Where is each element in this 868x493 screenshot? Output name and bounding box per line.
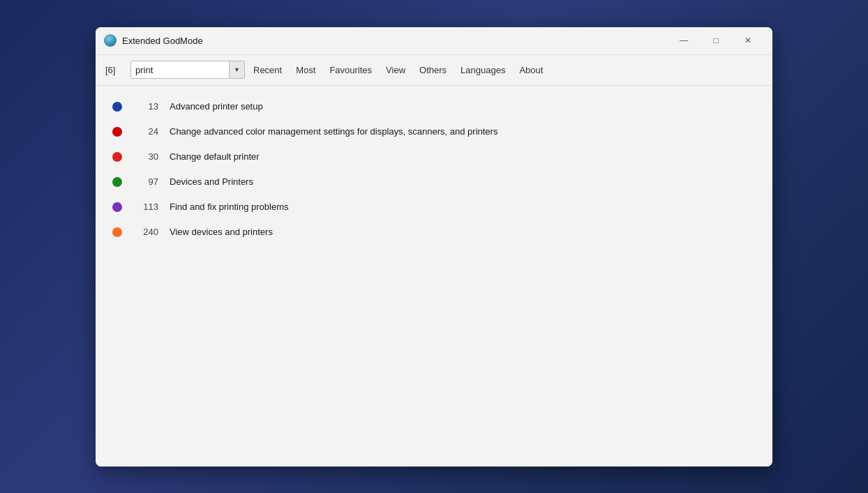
maximize-button[interactable]: □: [700, 29, 732, 52]
search-wrapper: ▼: [130, 61, 245, 79]
item-number: 97: [133, 176, 158, 187]
color-dot: [112, 202, 122, 212]
item-label: Devices and Printers: [170, 176, 253, 187]
window-controls: — □ ✕: [668, 29, 764, 52]
nav-others[interactable]: Others: [414, 62, 452, 78]
nav-favourites[interactable]: Favourites: [324, 62, 377, 78]
close-button[interactable]: ✕: [732, 29, 764, 52]
window-title: Extended GodMode: [122, 36, 668, 46]
results-list: 13 Advanced printer setup 24 Change adva…: [96, 86, 772, 467]
nav-recent[interactable]: Recent: [248, 62, 287, 78]
item-number: 30: [133, 151, 158, 162]
nav-languages[interactable]: Languages: [455, 62, 511, 78]
search-dropdown-button[interactable]: ▼: [229, 61, 244, 79]
item-label: Change advanced color management setting…: [170, 126, 497, 137]
item-label: Find and fix printing problems: [170, 202, 289, 212]
toolbar: [6] ▼ Recent Most Favourites View Others…: [96, 55, 772, 86]
color-dot: [112, 102, 122, 112]
item-label: Change default printer: [170, 151, 260, 162]
search-input[interactable]: [131, 61, 229, 78]
nav-about[interactable]: About: [514, 62, 548, 78]
minimize-button[interactable]: —: [668, 29, 700, 52]
item-number: 24: [133, 126, 158, 137]
nav-view[interactable]: View: [380, 62, 411, 78]
list-item[interactable]: 240 View devices and printers: [110, 220, 758, 245]
color-dot: [112, 127, 122, 137]
list-item[interactable]: 113 Find and fix printing problems: [110, 195, 758, 220]
list-item[interactable]: 97 Devices and Printers: [110, 169, 758, 195]
list-item[interactable]: 24 Change advanced color management sett…: [110, 119, 758, 144]
result-count: [6]: [105, 65, 125, 75]
item-label: Advanced printer setup: [170, 101, 263, 112]
list-item[interactable]: 13 Advanced printer setup: [110, 94, 758, 119]
color-dot: [112, 177, 122, 187]
item-number: 240: [133, 227, 158, 237]
color-dot: [112, 227, 122, 237]
title-bar: Extended GodMode — □ ✕: [96, 27, 772, 55]
item-number: 13: [133, 101, 158, 112]
nav-most[interactable]: Most: [290, 62, 321, 78]
app-icon: [104, 34, 117, 47]
app-window: Extended GodMode — □ ✕ [6] ▼ Recent Most…: [96, 27, 772, 467]
list-item[interactable]: 30 Change default printer: [110, 144, 758, 169]
item-number: 113: [133, 202, 158, 212]
color-dot: [112, 152, 122, 162]
item-label: View devices and printers: [170, 227, 273, 237]
